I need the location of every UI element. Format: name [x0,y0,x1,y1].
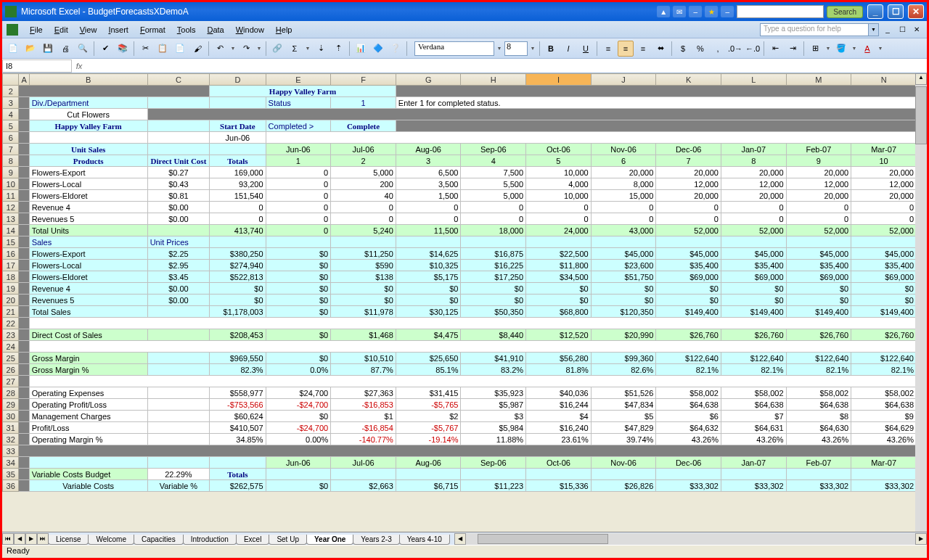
copy-icon[interactable]: 📋 [155,41,171,57]
cell[interactable]: $26,760 [656,329,721,341]
cell[interactable]: $35,400 [786,260,851,271]
cell[interactable] [721,236,786,248]
cell[interactable] [331,469,396,480]
dash-icon[interactable]: – [689,6,702,17]
cell[interactable]: $58,002 [851,387,917,399]
cell[interactable]: $45,000 [721,248,786,260]
cell[interactable]: $47,829 [591,422,656,434]
cell[interactable]: 20,000 [656,167,721,178]
cell[interactable]: 0 [851,213,917,225]
cell[interactable]: Feb-07 [786,457,851,469]
decrease-decimal-icon[interactable]: ←.0 [745,41,761,57]
cell[interactable] [19,457,29,469]
cell[interactable] [29,318,916,329]
align-left-icon[interactable]: ≡ [600,41,616,57]
cell[interactable]: $10,510 [331,353,396,364]
cell[interactable]: 0 [461,202,526,213]
row-header-4[interactable]: 4 [3,109,19,120]
cell[interactable]: Direct Unit Cost [147,155,210,167]
row-header-32[interactable]: 32 [3,434,19,445]
menu-data[interactable]: Data [201,23,229,36]
cell[interactable]: $11,250 [331,248,396,260]
cell[interactable]: -$16,853 [331,399,396,411]
cell[interactable]: 82.1% [851,364,917,376]
cell[interactable]: $69,000 [656,271,721,283]
cell[interactable] [19,155,29,167]
cell[interactable]: $20,990 [591,329,656,341]
cell[interactable]: $6 [656,411,721,422]
mail-icon[interactable]: ✉ [673,6,686,17]
cell[interactable] [29,132,147,144]
cell[interactable]: $64,629 [851,422,917,434]
cell[interactable]: $0 [331,283,396,295]
cell[interactable]: 9 [786,155,851,167]
cell[interactable]: Dec-06 [656,457,721,469]
row-header-17[interactable]: 17 [3,260,19,271]
cell[interactable]: $0 [396,283,461,295]
cell[interactable]: $25,650 [396,353,461,364]
cell[interactable]: -$24,700 [266,422,331,434]
cell[interactable]: $0 [786,295,851,306]
cell[interactable]: Jun-06 [266,457,331,469]
cell[interactable]: $11,223 [461,480,526,492]
cell[interactable]: 0 [331,213,396,225]
row-header-34[interactable]: 34 [3,457,19,469]
cell[interactable] [851,469,917,480]
cell[interactable]: 52,000 [721,225,786,236]
cell[interactable]: -19.14% [396,434,461,445]
cell[interactable] [19,434,29,445]
cell[interactable]: Direct Cost of Sales [29,329,147,341]
row-header-5[interactable]: 5 [3,120,19,132]
merge-icon[interactable]: ⬌ [652,41,668,57]
minimize-button[interactable]: _ [867,4,883,19]
cell[interactable]: $0 [591,283,656,295]
cell[interactable]: $16,240 [526,422,592,434]
cell[interactable]: 20,000 [851,190,917,202]
row-header-21[interactable]: 21 [3,306,19,318]
cell[interactable]: 24,000 [526,225,592,236]
cell[interactable] [147,411,210,422]
cell[interactable] [19,399,29,411]
cell[interactable]: $0.43 [147,178,210,190]
cell[interactable]: Products [29,155,147,167]
cell[interactable]: Total Sales [29,306,147,318]
cell[interactable]: 5,000 [461,190,526,202]
cell[interactable]: $0 [851,295,917,306]
cell[interactable]: $208,453 [210,329,266,341]
cell[interactable]: 0.00% [266,434,331,445]
sheet-tab[interactable]: Welcome [88,535,134,545]
fx-icon[interactable]: fx [72,62,86,70]
cell[interactable]: $0 [266,283,331,295]
sheet-tab[interactable]: Set Up [269,535,307,545]
web-search-input[interactable] [737,5,824,18]
cell[interactable]: $15,336 [526,480,592,492]
cell[interactable]: 81.8% [526,364,592,376]
cell[interactable]: 20,000 [721,167,786,178]
row-header-31[interactable]: 31 [3,422,19,434]
cell[interactable]: Status [266,97,331,109]
row-header-22[interactable]: 22 [3,318,19,329]
cell[interactable]: $60,624 [210,411,266,422]
cell[interactable]: Happy Valley Farm [210,86,396,97]
cell[interactable]: Operating Expenses [29,387,147,399]
cell[interactable]: $64,630 [786,422,851,434]
cell[interactable]: $58,002 [721,387,786,399]
cell[interactable] [266,236,331,248]
cell[interactable]: 4 [461,155,526,167]
cell[interactable]: 12,000 [721,178,786,190]
cell[interactable]: 0 [721,202,786,213]
cell[interactable] [461,469,526,480]
menu-insert[interactable]: Insert [102,23,134,36]
row-header-33[interactable]: 33 [3,445,19,457]
cell[interactable]: $69,000 [786,271,851,283]
cell[interactable]: Totals [210,155,266,167]
cell[interactable]: 52,000 [851,225,917,236]
aim-icon[interactable]: ★ [705,6,718,17]
preview-icon[interactable]: 🔍 [75,41,91,57]
name-box[interactable]: I8 [2,59,72,73]
cell[interactable]: 5,000 [331,167,396,178]
cell[interactable]: Feb-07 [786,144,851,155]
cell[interactable]: 0 [266,190,331,202]
cell[interactable]: Completed > [266,120,331,132]
cell[interactable]: 6 [591,155,656,167]
